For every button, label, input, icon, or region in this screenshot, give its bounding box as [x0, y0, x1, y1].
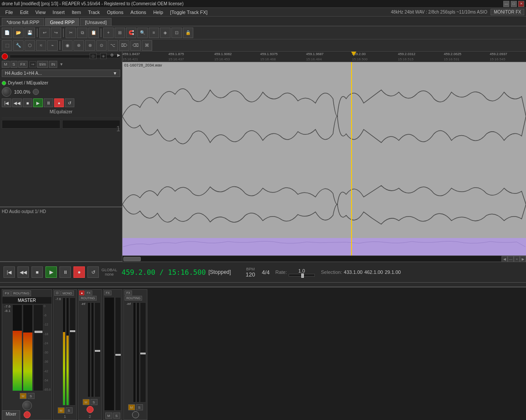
scroll-zoom-out[interactable]: — [508, 256, 514, 262]
chrouting-fader-thumb[interactable] [140, 353, 146, 354]
trim-button[interactable]: trim [37, 61, 48, 68]
toolbar-track-add[interactable]: + [103, 28, 114, 38]
toolbar-btn7[interactable]: ⊡ [171, 28, 182, 38]
audio-clip-bottom[interactable] [122, 171, 526, 238]
track-arrow-icon[interactable]: ▶ [117, 53, 120, 59]
input-dropdown-icon[interactable]: ▼ [113, 71, 117, 76]
time-sig-display[interactable]: 4/4 [262, 269, 273, 276]
track-menu-arrow[interactable]: ▼ [58, 62, 65, 67]
toolbar-lock[interactable]: 🔒 [183, 28, 193, 38]
go-start-button[interactable]: |◀ [3, 266, 15, 278]
minimize-button[interactable]: — [503, 1, 509, 7]
ch2-mute-btn[interactable]: M [83, 399, 90, 405]
ch1-fader-thumb[interactable] [70, 330, 75, 332]
chfx-fx-btn[interactable]: FX [104, 290, 111, 295]
audio-clip-top[interactable] [122, 62, 526, 171]
ch2-solo-btn[interactable]: S [91, 399, 98, 405]
master-mute-btn[interactable]: M [20, 393, 27, 399]
toolbar-btn6[interactable]: ◈ [160, 28, 171, 38]
track-loop[interactable]: ↺ [65, 98, 74, 107]
chfx-fader[interactable] [115, 297, 121, 411]
tab-drone-full[interactable]: *drone full.RPP [2, 18, 44, 26]
purple-clip[interactable] [122, 238, 526, 256]
in-button[interactable]: IN [49, 61, 57, 68]
chfx-mute-btn[interactable]: M [105, 413, 112, 419]
track-play[interactable]: ▶ [33, 98, 43, 107]
prev-button[interactable]: ◀◀ [17, 266, 29, 278]
toolbar-new[interactable]: 📄 [2, 28, 12, 38]
master-fx-btn[interactable]: FX [3, 290, 11, 296]
track-prev[interactable]: ◀◀ [12, 98, 22, 107]
master-fader-thumb[interactable] [35, 331, 42, 333]
chrouting-mute-btn[interactable]: M [128, 404, 135, 410]
ch2-fx-btn[interactable]: FX [85, 290, 92, 295]
master-fader[interactable] [33, 304, 43, 391]
rate-slider[interactable] [289, 274, 315, 276]
record-button[interactable]: ● [73, 266, 85, 278]
ch2-fader-thumb[interactable] [95, 350, 100, 352]
tb2-btn11[interactable]: ⌦ [119, 40, 129, 51]
chrouting-fx-btn[interactable]: FX [125, 290, 132, 295]
track-go-start[interactable]: |◀ [2, 98, 11, 107]
tb2-btn8[interactable]: ⊗ [85, 40, 95, 51]
toolbar-cut[interactable]: ✂ [66, 28, 76, 38]
menu-options[interactable]: Options [103, 9, 127, 16]
h-scrollbar[interactable]: ◀ — + ▶ [122, 256, 526, 262]
route-icon[interactable]: ⇒ [29, 61, 36, 67]
rate-slider-thumb[interactable] [301, 273, 304, 278]
menu-track[interactable]: Track [84, 9, 103, 16]
ch1-mono-btn[interactable]: MONO [61, 290, 74, 296]
mute-button[interactable]: M [2, 61, 10, 68]
chrouting-circle-btn[interactable] [132, 411, 139, 418]
tb2-btn2[interactable]: 🔧 [13, 40, 24, 51]
toolbar-copy[interactable]: ⧉ [77, 28, 87, 38]
menu-insert[interactable]: Insert [49, 9, 68, 16]
loop-button[interactable]: ↺ [87, 266, 99, 278]
chfx-solo-btn[interactable]: S [113, 413, 120, 419]
volume-knob[interactable] [2, 87, 11, 97]
toolbar-btn5[interactable]: ≡ [149, 28, 159, 38]
scroll-right-btn[interactable]: ▶ [520, 256, 526, 262]
toolbar-redo[interactable]: ↪ [51, 28, 61, 38]
solo-button[interactable]: S [10, 61, 17, 68]
menu-item[interactable]: Item [68, 9, 84, 16]
fx-button[interactable]: FX [18, 61, 28, 68]
close-button[interactable]: ✕ [518, 1, 524, 7]
track-stop[interactable]: ■ [23, 98, 32, 107]
scroll-thumb[interactable] [123, 257, 141, 261]
toolbar-open[interactable]: 📂 [13, 28, 24, 38]
ch1-mute-btn[interactable]: M [58, 407, 65, 413]
play-button[interactable]: ▶ [45, 266, 57, 278]
track-settings-icon[interactable]: ⚙ [110, 53, 114, 59]
menu-view[interactable]: View [32, 9, 49, 16]
ch2-rec-btn[interactable]: ● [79, 290, 84, 295]
menu-edit[interactable]: Edit [17, 9, 32, 16]
track-pause[interactable]: ⏸ [44, 98, 53, 107]
tab-unsaved[interactable]: [Unsaved] [80, 18, 111, 26]
waveform-display[interactable]: 01-160728_2034.wav [122, 62, 526, 256]
toolbar-snap[interactable]: 🧲 [126, 28, 136, 38]
toolbar-save[interactable]: 💾 [24, 28, 35, 38]
ch2-routing-btn[interactable]: ROUTING [79, 296, 97, 301]
ch1-solo-btn[interactable]: S [66, 407, 73, 413]
bpm-value[interactable]: 120 [246, 271, 255, 278]
scroll-zoom-in[interactable]: + [514, 256, 520, 262]
mixer-tab[interactable]: Mixer [2, 410, 20, 420]
vol-toggle[interactable] [33, 89, 39, 95]
master-pan-knob[interactable] [22, 401, 32, 410]
playhead[interactable] [351, 62, 352, 256]
toolbar-grid[interactable]: ⊞ [115, 28, 125, 38]
tb2-btn4[interactable]: ≈ [36, 40, 46, 51]
chrouting-solo-btn[interactable]: S [136, 404, 143, 410]
tb2-btn3[interactable]: ⬡ [24, 40, 35, 51]
track-record[interactable]: ● [54, 98, 64, 107]
tb2-btn6[interactable]: ◉ [62, 40, 73, 51]
tab-greed-rpp[interactable]: Greed RPP [45, 18, 79, 26]
toolbar-zoom-in[interactable]: 🔍 [137, 28, 148, 38]
tb2-btn1[interactable]: ⬚ [2, 40, 12, 51]
monitor-fx-button[interactable]: MONITOR FX [491, 9, 524, 15]
chfx-fader-thumb[interactable] [115, 354, 121, 356]
tb2-btn7[interactable]: ⊕ [73, 40, 84, 51]
master-solo-btn[interactable]: S [28, 393, 35, 399]
tb2-btn5[interactable]: ⌁ [47, 40, 58, 51]
